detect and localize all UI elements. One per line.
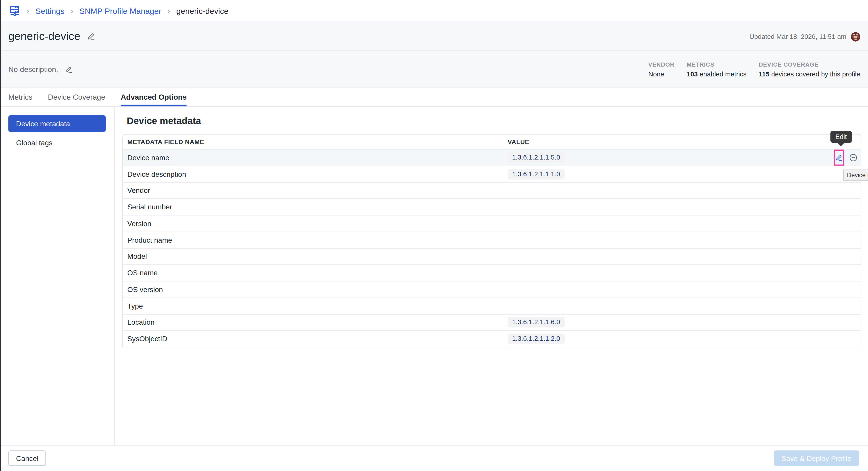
edit-tooltip: Edit <box>830 131 852 143</box>
remove-value-icon[interactable] <box>849 153 858 162</box>
table-header-row: METADATA FIELD NAME VALUE <box>123 135 861 150</box>
sidebar-item-global-tags[interactable]: Global tags <box>8 134 105 151</box>
last-updated: Updated Mar 18, 2026, 11:51 am <box>749 22 860 51</box>
oid-value-pill: 1.3.6.1.2.1.1.1.0 <box>508 169 565 179</box>
tab-bar: Metrics Device Coverage Advanced Options <box>0 88 868 107</box>
oid-value-pill: 1.3.6.1.2.1.1.5.0 <box>508 152 565 163</box>
metadata-field-value: 1.3.6.1.2.1.1.5.0 <box>508 152 861 163</box>
window-edge <box>0 0 1 471</box>
edit-description-icon[interactable] <box>65 65 72 73</box>
metadata-field-name: OS version <box>123 285 507 294</box>
breadcrumb: › Settings › SNMP Profile Manager › gene… <box>0 0 868 22</box>
breadcrumb-separator: › <box>167 7 170 15</box>
tab-device-coverage[interactable]: Device Coverage <box>48 88 105 106</box>
metadata-field-value: 1.3.6.1.2.1.1.6.0 <box>508 317 861 328</box>
annotation-highlight-box <box>834 149 844 166</box>
tab-metrics[interactable]: Metrics <box>8 88 32 106</box>
stat-value: 103 enabled metrics <box>687 70 747 78</box>
table-row: Location1.3.6.1.2.1.1.6.0 <box>123 314 861 331</box>
stat-value: None <box>648 70 675 78</box>
last-updated-text: Updated Mar 18, 2026, 11:51 am <box>749 33 846 40</box>
breadcrumb-link-settings[interactable]: Settings <box>35 6 64 16</box>
network-devices-icon[interactable] <box>9 5 21 17</box>
stat-metrics: METRICS 103 enabled metrics <box>687 61 747 78</box>
table-row: OS version <box>123 282 861 298</box>
page-header: generic-device Updated Mar 18, 2026, 11:… <box>0 22 868 88</box>
metadata-field-name: Model <box>123 252 507 261</box>
table-row: Product name <box>123 232 861 248</box>
metadata-field-name: Device name <box>123 153 507 162</box>
section-heading: Device metadata <box>127 116 861 127</box>
oid-value-pill: 1.3.6.1.2.1.1.2.0 <box>508 333 565 344</box>
breadcrumb-separator: › <box>70 7 73 15</box>
truncated-tooltip: Device me <box>843 170 868 181</box>
table-row: Model <box>123 248 861 265</box>
metadata-field-name: Vendor <box>123 186 507 195</box>
table-row: Serial number <box>123 199 861 216</box>
stat-label: VENDOR <box>648 61 675 68</box>
breadcrumb-current: generic-device <box>176 6 228 16</box>
stat-vendor: VENDOR None <box>648 61 675 78</box>
table-row: Type <box>123 298 861 314</box>
edit-value-icon[interactable] <box>835 154 842 161</box>
page-title: generic-device <box>8 30 81 43</box>
row-actions <box>834 149 861 165</box>
stat-label: DEVICE COVERAGE <box>758 61 860 68</box>
table-row: SysObjectID1.3.6.1.2.1.1.2.0 <box>123 331 861 348</box>
metadata-field-name: OS name <box>123 269 507 277</box>
metadata-field-name: Serial number <box>123 203 507 211</box>
title-row: generic-device Updated Mar 18, 2026, 11:… <box>0 22 868 51</box>
description-row: No description. VENDOR None METRICS 103 … <box>0 51 868 88</box>
save-deploy-profile-button[interactable]: Save & Deploy Profile <box>774 450 859 466</box>
column-header-value: VALUE <box>508 139 529 145</box>
metadata-field-name: SysObjectID <box>123 335 507 343</box>
column-header-field-name: METADATA FIELD NAME <box>123 139 507 145</box>
table-row: Device name1.3.6.1.2.1.1.5.0 <box>123 149 861 166</box>
tab-advanced-options[interactable]: Advanced Options <box>121 88 187 106</box>
user-avatar <box>851 32 860 41</box>
cancel-button[interactable]: Cancel <box>8 450 46 466</box>
table-row: OS name <box>123 265 861 282</box>
edit-title-icon[interactable] <box>87 32 95 40</box>
content-panel: Device metadata METADATA FIELD NAME VALU… <box>115 107 868 445</box>
metadata-field-name: Device description <box>123 170 507 178</box>
advanced-options-sidebar: Device metadata Global tags <box>0 107 115 445</box>
footer-bar: Cancel Save & Deploy Profile <box>0 445 868 471</box>
profile-stats: VENDOR None METRICS 103 enabled metrics … <box>648 51 860 88</box>
sidebar-item-device-metadata[interactable]: Device metadata <box>8 115 105 132</box>
metadata-table-body: Device name1.3.6.1.2.1.1.5.0 Device desc… <box>123 149 861 347</box>
metadata-field-name: Type <box>123 302 507 310</box>
stat-value: 115 devices covered by this profile <box>758 70 860 78</box>
stat-device-coverage: DEVICE COVERAGE 115 devices covered by t… <box>758 61 860 78</box>
breadcrumb-link-snmp-profile-manager[interactable]: SNMP Profile Manager <box>80 6 161 16</box>
metadata-field-value: 1.3.6.1.2.1.1.1.0 <box>508 169 861 179</box>
metadata-field-name: Product name <box>123 236 507 244</box>
table-row: Vendor <box>123 182 861 199</box>
description-text: No description. <box>8 65 58 73</box>
main-area: Device metadata Global tags Device metad… <box>0 107 868 445</box>
oid-value-pill: 1.3.6.1.2.1.1.6.0 <box>508 317 565 328</box>
metadata-field-value: 1.3.6.1.2.1.1.2.0 <box>508 333 861 344</box>
metadata-table: METADATA FIELD NAME VALUE Device name1.3… <box>122 134 861 348</box>
table-row: Device description1.3.6.1.2.1.1.1.0 <box>123 166 861 182</box>
snmp-profile-manager-page: › Settings › SNMP Profile Manager › gene… <box>0 0 868 471</box>
stat-label: METRICS <box>687 61 747 68</box>
breadcrumb-separator: › <box>27 7 29 15</box>
metadata-field-name: Location <box>123 318 507 326</box>
metadata-field-name: Version <box>123 219 507 228</box>
table-row: Version <box>123 216 861 232</box>
